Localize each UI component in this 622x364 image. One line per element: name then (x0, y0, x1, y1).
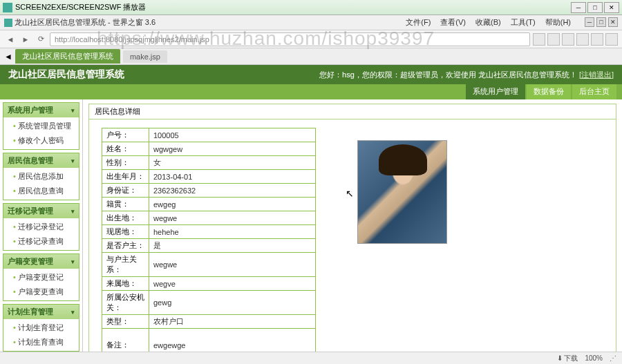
table-row: 身份证：2362362632 (102, 184, 316, 198)
toolbar-buttons (533, 33, 618, 46)
table-row: 所属公安机关：gewg (102, 291, 316, 315)
menu-fav[interactable]: 收藏(B) (475, 17, 501, 28)
logout-link[interactable]: [注销退出] (579, 70, 614, 79)
sidebar-group-head[interactable]: 户籍变更管理 (3, 254, 79, 269)
field-value: 农村户口 (149, 315, 316, 329)
back-button[interactable]: ◄ (4, 33, 17, 46)
field-label: 是否户主： (102, 239, 149, 253)
tab-back-button[interactable]: ◄ (4, 52, 12, 61)
toolbar-btn-3[interactable] (562, 33, 574, 46)
field-value: wgwgew (149, 142, 316, 156)
close-button[interactable]: ✕ (604, 2, 619, 13)
page-tab-2-label: make.jsp (130, 52, 160, 61)
field-value: 2362362632 (149, 184, 316, 198)
field-label: 出生地： (102, 211, 149, 225)
sidebar-group-head[interactable]: 计划生育管理 (3, 305, 79, 319)
menu-view[interactable]: 查看(V) (440, 17, 466, 28)
sidebar-item[interactable]: 户籍变更查询 (3, 285, 79, 299)
field-value: wegwe (149, 211, 316, 225)
table-row: 户号：100005 (102, 128, 316, 142)
field-value: ewgewge (149, 329, 316, 352)
page-tab-active[interactable]: 龙山社区居民信息管理系统 (15, 49, 120, 64)
favicon-icon (4, 19, 12, 27)
zoom-indicator[interactable]: 100% (585, 354, 603, 362)
app-icon (3, 3, 12, 12)
field-value: gewg (149, 291, 316, 315)
page-tab-2[interactable]: make.jsp (123, 50, 167, 63)
sidebar-item[interactable]: 迁移记录登记 (3, 220, 79, 234)
table-row: 类型：农村户口 (102, 315, 316, 329)
download-indicator[interactable]: ⬇ 下载 (557, 354, 578, 363)
sidebar-item[interactable]: 修改个人密码 (3, 133, 79, 148)
sidebar-group: 系统用户管理系统管理员管理修改个人密码 (3, 102, 79, 150)
toolbar-btn-2[interactable] (547, 33, 560, 46)
nav-home[interactable]: 后台主页 (572, 84, 616, 99)
menu-file[interactable]: 文件(F) (406, 17, 431, 28)
nav-user-mgmt[interactable]: 系统用户管理 (466, 84, 525, 99)
field-label: 现居地： (102, 225, 149, 239)
photo-container (357, 140, 447, 352)
sidebar-item[interactable]: 居民信息查询 (3, 184, 79, 198)
sidebar-group-items: 系统管理员管理修改个人密码 (3, 117, 79, 149)
reload-button[interactable]: ⟳ (35, 33, 47, 46)
table-row: 籍贯：ewgeg (102, 198, 316, 211)
menu-tools[interactable]: 工具(T) (511, 17, 536, 28)
toolbar-btn-1[interactable] (533, 33, 545, 46)
sidebar-item[interactable]: 迁移记录查询 (3, 234, 79, 249)
menu-help[interactable]: 帮助(H) (545, 17, 571, 28)
browser-min-button[interactable]: ─ (585, 17, 594, 27)
content-area: 居民信息详细 户号：100005姓名：wgwgew性别：女出生年月：2013-0… (83, 99, 622, 352)
sidebar-group-head[interactable]: 居民信息管理 (3, 153, 79, 168)
field-label: 户号： (102, 128, 149, 142)
field-label: 性别： (102, 156, 149, 170)
sidebar: 系统用户管理系统管理员管理修改个人密码居民信息管理居民信息添加居民信息查询迁移记… (0, 99, 83, 352)
sidebar-group-items: 居民信息添加居民信息查询 (3, 168, 79, 200)
welcome-text: 您好：hsg，您的权限：超级管理员，欢迎使用 龙山社区居民信息管理系统！ [注销… (319, 70, 614, 80)
sidebar-group: 迁移记录管理迁移记录登记迁移记录查询 (3, 203, 79, 251)
sidebar-item[interactable]: 系统管理员管理 (3, 119, 79, 133)
page-tab-strip: ◄ 龙山社区居民信息管理系统 make.jsp (0, 48, 622, 65)
field-label: 身份证： (102, 184, 149, 198)
nav-backup[interactable]: 数据备份 (527, 84, 571, 99)
sidebar-group-head[interactable]: 迁移记录管理 (3, 204, 79, 218)
sidebar-item[interactable]: 计划生育登记 (3, 320, 79, 335)
table-row: 现居地：hehehe (102, 225, 316, 239)
sidebar-item[interactable]: 居民信息添加 (3, 169, 79, 184)
field-label: 来属地： (102, 277, 149, 291)
browser-close-button[interactable]: ✕ (608, 17, 618, 27)
window-title: SCREEN2EXE/SCREEN2SWF 播放器 (15, 2, 571, 12)
sidebar-group: 户籍变更管理户籍变更登记户籍变更查询 (3, 253, 79, 301)
sidebar-group-items: 户籍变更登记户籍变更查询 (3, 269, 79, 300)
table-row: 姓名：wgwgew (102, 142, 316, 156)
browser-max-button[interactable]: □ (596, 17, 606, 27)
sidebar-group-items: 计划生育登记计划生育查询 (3, 319, 79, 351)
resize-grip-icon[interactable]: ⋰ (610, 354, 616, 362)
field-label: 所属公安机关： (102, 291, 149, 315)
toolbar-btn-6[interactable] (605, 33, 618, 46)
forward-button[interactable]: ► (19, 33, 32, 46)
url-input[interactable]: http://localhost:8080/jspsqjmgljhnes2/ma… (50, 32, 530, 46)
field-label: 姓名： (102, 142, 149, 156)
window-titlebar: SCREEN2EXE/SCREEN2SWF 播放器 ─ □ ✕ (0, 0, 622, 15)
minimize-button[interactable]: ─ (571, 2, 586, 13)
table-row: 备注：ewgewge (102, 329, 316, 352)
detail-table: 户号：100005姓名：wgwgew性别：女出生年月：2013-04-01身份证… (102, 128, 316, 352)
field-value: 女 (149, 156, 316, 170)
field-label: 与户主关系： (102, 253, 149, 277)
maximize-button[interactable]: □ (587, 2, 603, 13)
nav-row: 系统用户管理 数据备份 后台主页 (0, 84, 622, 99)
sidebar-item[interactable]: 户籍变更登记 (3, 270, 79, 285)
field-label: 类型： (102, 315, 149, 329)
sidebar-item[interactable]: 计划生育查询 (3, 335, 79, 349)
browser-tab-row: 龙山社区居民信息管理系统 - 世界之窗 3.6 文件(F) 查看(V) 收藏(B… (0, 15, 622, 30)
resident-photo (357, 140, 447, 244)
table-row: 性别：女 (102, 156, 316, 170)
toolbar-btn-5[interactable] (591, 33, 603, 46)
page-tab-label: 龙山社区居民信息管理系统 (22, 51, 113, 61)
browser-tab[interactable]: 龙山社区居民信息管理系统 - 世界之窗 3.6 (4, 17, 156, 28)
table-row: 出生年月：2013-04-01 (102, 170, 316, 184)
sidebar-group-head[interactable]: 系统用户管理 (3, 103, 79, 117)
field-value: ewgeg (149, 198, 316, 211)
panel-body: 户号：100005姓名：wgwgew性别：女出生年月：2013-04-01身份证… (89, 119, 616, 352)
toolbar-btn-4[interactable] (576, 33, 589, 46)
